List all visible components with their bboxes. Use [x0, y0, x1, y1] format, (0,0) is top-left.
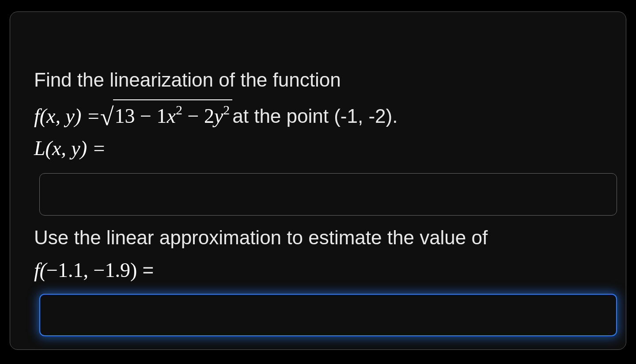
- linearization-input[interactable]: [39, 173, 617, 216]
- radicand: 13 − 1x2 − 2y2: [113, 99, 233, 132]
- approx-prompt: Use the linear approximation to estimate…: [34, 223, 602, 253]
- prompt-line-2: f(x, y) = √ 13 − 1x2 − 2y2 at the point …: [34, 99, 602, 132]
- exp-y2: 2: [223, 102, 230, 117]
- linearization-lhs: L(x, y) =: [34, 137, 106, 159]
- approximation-input[interactable]: [39, 294, 617, 336]
- coef-2: 2: [204, 105, 214, 127]
- point-text: at the point (-1, -2).: [232, 101, 398, 131]
- approx-args: −1.1, −1.9: [46, 259, 130, 281]
- coef-1: 1: [157, 105, 167, 127]
- minus-1: −: [140, 105, 156, 127]
- approx-f: f(: [34, 259, 46, 281]
- exp-x2: 2: [176, 102, 182, 117]
- var-x: x: [167, 105, 176, 127]
- linearization-lhs-line: L(x, y) =: [34, 133, 602, 164]
- question-card: Find the linearization of the function f…: [10, 11, 626, 350]
- sqrt-expression: √ 13 − 1x2 − 2y2: [100, 99, 232, 132]
- approx-close-paren: ): [130, 259, 137, 281]
- minus-2: −: [187, 105, 204, 127]
- equals-sign: =: [137, 259, 154, 281]
- var-y: y: [214, 105, 223, 127]
- function-lhs: f(x, y) =: [34, 100, 100, 132]
- function-lhs-text: f(x, y) =: [34, 105, 100, 127]
- prompt-line-1: Find the linearization of the function: [34, 65, 602, 95]
- const-13: 13: [115, 105, 135, 127]
- approx-lhs-line: f(−1.1, −1.9) =: [34, 254, 602, 286]
- radical-icon: √: [100, 107, 114, 127]
